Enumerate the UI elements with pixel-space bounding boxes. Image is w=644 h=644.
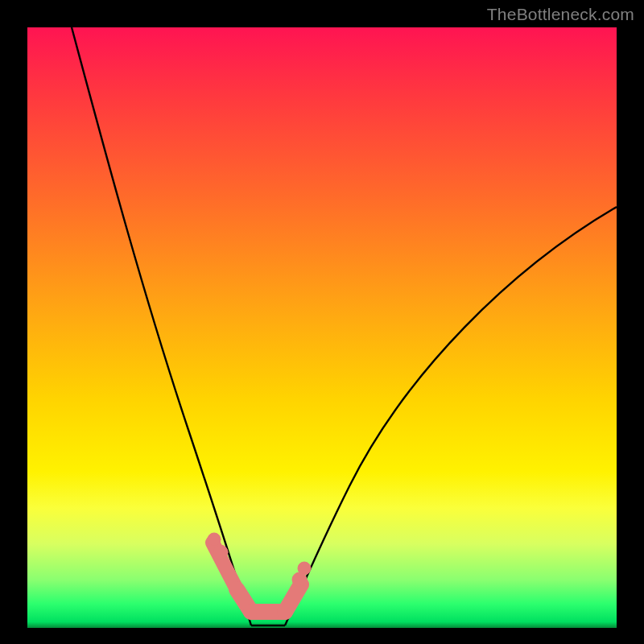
svg-point-5 [292, 572, 307, 587]
chart-svg [27, 27, 617, 628]
curve-right [285, 207, 617, 625]
chart-frame: TheBottleneck.com [0, 0, 644, 644]
curve-left [72, 27, 251, 625]
plot-area [27, 27, 617, 628]
svg-point-6 [208, 533, 221, 546]
svg-point-7 [213, 545, 228, 559]
watermark-text: TheBottleneck.com [487, 5, 634, 24]
valley-markers [208, 533, 311, 612]
svg-line-3 [285, 584, 301, 612]
